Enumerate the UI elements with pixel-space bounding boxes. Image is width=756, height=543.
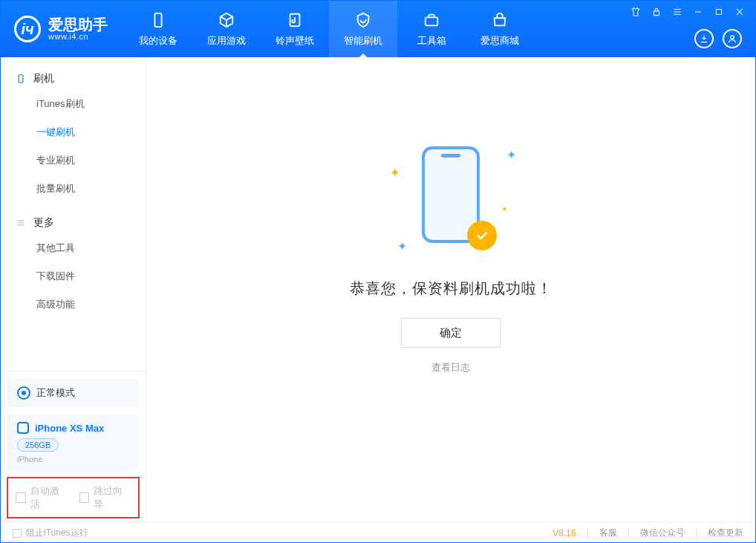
nav-label: 工具箱 [417, 34, 446, 48]
group-title: 刷机 [33, 72, 54, 85]
nav-i4-store[interactable]: 爱思商城 [466, 1, 534, 57]
checkbox-icon [79, 492, 90, 503]
svg-rect-2 [426, 17, 438, 25]
nav-my-device[interactable]: 我的设备 [124, 1, 192, 57]
download-icon[interactable] [694, 29, 714, 48]
device-icon [149, 10, 168, 30]
device-type: iPhone [17, 455, 129, 464]
status-label: 阻止iTunes运行 [26, 527, 88, 539]
mode-label: 正常模式 [36, 386, 75, 400]
titlebar: iч 爱思助手 www.i4.cn 我的设备 应用游戏 铃声壁纸 智能刷机 工具… [1, 1, 755, 57]
list-icon [16, 218, 26, 228]
app-name: 爱思助手 [48, 17, 108, 32]
svg-rect-4 [717, 10, 722, 15]
shield-refresh-icon [353, 10, 373, 30]
link-update[interactable]: 检查更新 [708, 527, 743, 539]
minimize-icon[interactable] [693, 7, 703, 17]
phone-small-icon [16, 74, 26, 84]
logo-icon: iч [14, 16, 41, 42]
view-log-link[interactable]: 查看日志 [431, 361, 470, 374]
checkbox-icon [13, 529, 22, 538]
toolbox-icon [422, 10, 441, 30]
svg-rect-3 [654, 11, 659, 16]
maximize-icon[interactable] [714, 7, 724, 17]
user-controls [694, 29, 742, 48]
nav-ringtones-wallpaper[interactable]: 铃声壁纸 [261, 1, 329, 57]
sidebar-item-itunes-flash[interactable]: iTunes刷机 [1, 90, 146, 118]
nav-label: 应用游戏 [207, 34, 246, 48]
logo-block: iч 爱思助手 www.i4.cn [1, 16, 124, 42]
sparkle-icon: ✦ [501, 205, 507, 213]
lock-icon[interactable] [651, 7, 662, 17]
nav-label: 爱思商城 [480, 34, 519, 48]
sidebar-item-batch-flash[interactable]: 批量刷机 [1, 175, 146, 203]
nav-toolbox[interactable]: 工具箱 [397, 1, 466, 57]
sparkle-icon: ✦ [506, 148, 516, 162]
group-title: 更多 [33, 216, 54, 230]
sparkle-icon: ✦ [397, 239, 407, 253]
link-service[interactable]: 客服 [599, 527, 617, 539]
app-site: www.i4.cn [48, 32, 108, 41]
nav-label: 我的设备 [139, 34, 177, 48]
sidebar-item-oneclick-flash[interactable]: 一键刷机 [1, 118, 146, 146]
svg-point-5 [731, 36, 734, 39]
sidebar-list: 刷机 iTunes刷机 一键刷机 专业刷机 批量刷机 更多 其他工具 下载固件 … [1, 57, 146, 371]
sidebar-item-download-firmware[interactable]: 下载固件 [1, 262, 146, 290]
mode-dot-icon [17, 386, 30, 400]
options-row: 自动激活 跳过向导 [7, 477, 140, 518]
device-capacity: 256GB [17, 438, 59, 452]
statusbar-right: V8.16 | 客服 | 微信公众号 | 检查更新 [553, 527, 743, 539]
sparkle-icon: ✦ [390, 166, 400, 180]
svg-rect-6 [19, 75, 23, 83]
device-small-icon [17, 422, 29, 434]
nav-label: 智能刷机 [344, 34, 382, 48]
success-message: 恭喜您，保资料刷机成功啦！ [350, 279, 553, 299]
cube-icon [217, 10, 236, 30]
nav: 我的设备 应用游戏 铃声壁纸 智能刷机 工具箱 爱思商城 [124, 1, 534, 57]
mode-box[interactable]: 正常模式 [8, 379, 138, 407]
music-file-icon [285, 10, 304, 30]
checkbox-auto-activate[interactable]: 自动激活 [16, 484, 68, 511]
sidebar-group-more: 更多 [1, 212, 146, 234]
sidebar-item-advanced[interactable]: 高级功能 [1, 290, 146, 319]
opt-label: 跳过向导 [94, 484, 131, 511]
nav-label: 铃声壁纸 [276, 34, 314, 48]
main-panel: ✦ ✦ ✦ ✦ 恭喜您，保资料刷机成功啦！ 确定 查看日志 [146, 57, 755, 521]
checkbox-skip-guide[interactable]: 跳过向导 [79, 484, 131, 511]
nav-smart-flash[interactable]: 智能刷机 [329, 1, 397, 57]
menu-icon[interactable] [672, 7, 682, 17]
checkbox-icon [16, 492, 26, 503]
device-name: iPhone XS Max [35, 423, 104, 434]
close-icon[interactable] [734, 7, 745, 17]
window-controls [630, 7, 745, 17]
user-icon[interactable] [723, 29, 742, 48]
sidebar-bottom: 正常模式 iPhone XS Max 256GB iPhone 自动激活 跳过向… [1, 371, 146, 521]
nav-apps-games[interactable]: 应用游戏 [192, 1, 261, 57]
store-icon [490, 10, 509, 30]
sidebar-item-pro-flash[interactable]: 专业刷机 [1, 146, 146, 175]
success-illustration: ✦ ✦ ✦ ✦ [384, 139, 518, 258]
svg-rect-0 [154, 13, 161, 27]
sidebar-item-other-tools[interactable]: 其他工具 [1, 234, 146, 262]
statusbar: 阻止iTunes运行 V8.16 | 客服 | 微信公众号 | 检查更新 [1, 521, 755, 543]
check-badge-icon [467, 221, 497, 250]
body: 刷机 iTunes刷机 一键刷机 专业刷机 批量刷机 更多 其他工具 下载固件 … [1, 57, 755, 521]
sidebar-group-flash: 刷机 [1, 68, 146, 90]
shirt-icon[interactable] [630, 7, 641, 17]
ok-button[interactable]: 确定 [401, 318, 501, 348]
checkbox-block-itunes[interactable]: 阻止iTunes运行 [13, 527, 88, 539]
version-label: V8.16 [553, 528, 576, 539]
opt-label: 自动激活 [30, 484, 68, 511]
sidebar: 刷机 iTunes刷机 一键刷机 专业刷机 批量刷机 更多 其他工具 下载固件 … [1, 57, 146, 521]
link-wechat[interactable]: 微信公众号 [640, 527, 685, 539]
device-box[interactable]: iPhone XS Max 256GB iPhone [8, 414, 138, 471]
